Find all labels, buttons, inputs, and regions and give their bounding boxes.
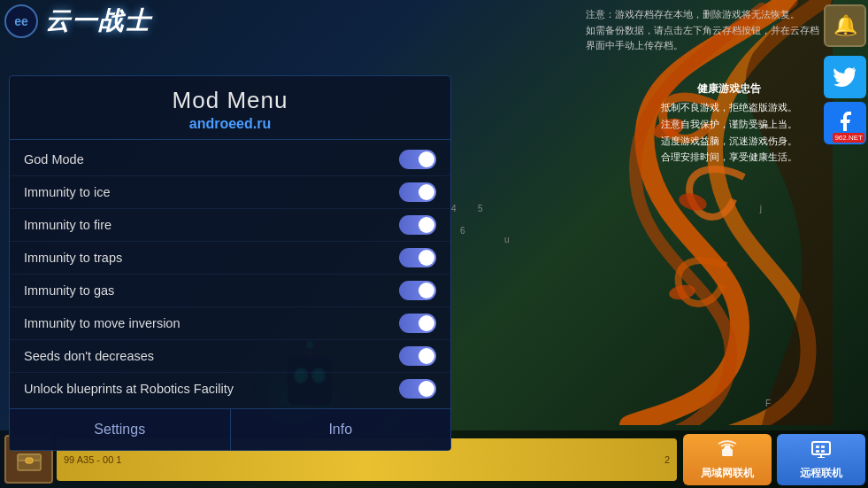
mod-item-label-immunity-fire: Immunity to fire [24, 218, 399, 232]
mod-item-immunity-ice[interactable]: Immunity to ice [10, 176, 450, 209]
mod-item-label-god-mode: God Mode [24, 152, 399, 167]
mod-menu-subtitle: androeed.ru [24, 116, 436, 132]
toggle-immunity-fire[interactable] [399, 215, 436, 235]
logo-area: ee 云一战士 [4, 4, 151, 38]
map-dot-j: j [760, 204, 762, 213]
notice-warning-text: 注意：游戏存档存在本地，删除游戏将无法恢复。如需备份数据，请点击左下角云存档按钮… [586, 9, 819, 50]
logo-ee-badge: ee [4, 4, 38, 38]
mod-item-label-seeds: Seeds don't decreases [24, 349, 399, 363]
logo-text: 云一战士 [45, 4, 151, 38]
bar-right-num: 2 [664, 454, 670, 465]
map-dot-4: 4 [451, 204, 457, 213]
health-title: 健康游戏忠告 [661, 80, 797, 97]
mod-menu-panel: Mod Menu androeed.ru God Mode Immunity t… [9, 75, 451, 451]
health-notice: 健康游戏忠告 抵制不良游戏，拒绝盗版游戏。 注意自我保护，谨防受骗上当。 适度游… [661, 80, 797, 166]
toggle-god-mode[interactable] [399, 150, 436, 169]
map-dot-f: F [765, 399, 771, 408]
facebook-button[interactable]: 962.NET [824, 102, 866, 144]
mod-item-label-blueprints: Unlock blueprints at Robotics Facility [24, 382, 399, 396]
svg-point-1 [677, 190, 709, 213]
mod-item-immunity-traps[interactable]: Immunity to traps [10, 242, 450, 275]
map-dot-6: 6 [460, 226, 465, 236]
tab-settings[interactable]: Settings [10, 409, 231, 450]
svg-rect-20 [816, 450, 819, 453]
mod-item-seeds[interactable]: Seeds don't decreases [10, 340, 450, 373]
health-line-3: 适度游戏益脑，沉迷游戏伤身。 [661, 133, 797, 150]
toggle-seeds[interactable] [399, 346, 436, 366]
right-sidebar: 🔔 962.NET [822, 0, 868, 488]
svg-rect-15 [722, 449, 733, 456]
twitter-button[interactable] [824, 56, 866, 98]
mod-item-immunity-gas[interactable]: Immunity to gas [10, 275, 450, 307]
mod-menu-header: Mod Menu androeed.ru [10, 76, 450, 140]
facebook-icon [835, 111, 855, 136]
lan-icon [715, 438, 740, 462]
toggle-immunity-ice[interactable] [399, 182, 436, 202]
watermark-962: 962.NET [833, 133, 864, 143]
bar-left-text: 99 A35 - 00 1 [64, 454, 121, 465]
health-line-4: 合理安排时间，享受健康生活。 [661, 149, 797, 166]
mod-item-god-mode[interactable]: God Mode [10, 143, 450, 176]
lan-button[interactable]: 局域网联机 [683, 434, 772, 485]
mod-menu-items: God Mode Immunity to ice Immunity to fir… [10, 140, 450, 408]
mod-item-label-immunity-gas: Immunity to gas [24, 283, 399, 298]
mod-item-immunity-move-inversion[interactable]: Immunity to move inversion [10, 307, 450, 340]
map-dot-5: 5 [478, 204, 483, 213]
mod-item-label-immunity-ice: Immunity to ice [24, 185, 399, 199]
twitter-icon [833, 66, 857, 88]
mod-menu-tabs: Settings Info [10, 408, 450, 450]
mod-item-label-immunity-move-inversion: Immunity to move inversion [24, 316, 399, 330]
lan-btn-label: 局域网联机 [701, 466, 754, 481]
bell-button[interactable]: 🔔 [824, 4, 866, 47]
map-dot-u: u [504, 235, 510, 244]
mod-item-blueprints[interactable]: Unlock blueprints at Robotics Facility [10, 373, 450, 405]
svg-rect-18 [816, 445, 819, 448]
bell-icon: 🔔 [833, 14, 857, 37]
toggle-immunity-move-inversion[interactable] [399, 314, 436, 333]
svg-rect-14 [26, 458, 33, 463]
health-line-2: 注意自我保护，谨防受骗上当。 [661, 116, 797, 133]
toggle-blueprints[interactable] [399, 379, 436, 399]
toggle-immunity-gas[interactable] [399, 281, 436, 300]
mod-item-label-immunity-traps: Immunity to traps [24, 251, 399, 265]
toggle-immunity-traps[interactable] [399, 248, 436, 267]
notice-top-right: 注意：游戏存档存在本地，删除游戏将无法恢复。如需备份数据，请点击左下角云存档按钮… [586, 7, 819, 54]
tab-info[interactable]: Info [231, 409, 451, 450]
mod-menu-title: Mod Menu [24, 87, 436, 114]
vine-decoration [452, 0, 833, 425]
mod-item-immunity-fire[interactable]: Immunity to fire [10, 209, 450, 242]
health-line-1: 抵制不良游戏，拒绝盗版游戏。 [661, 99, 797, 116]
